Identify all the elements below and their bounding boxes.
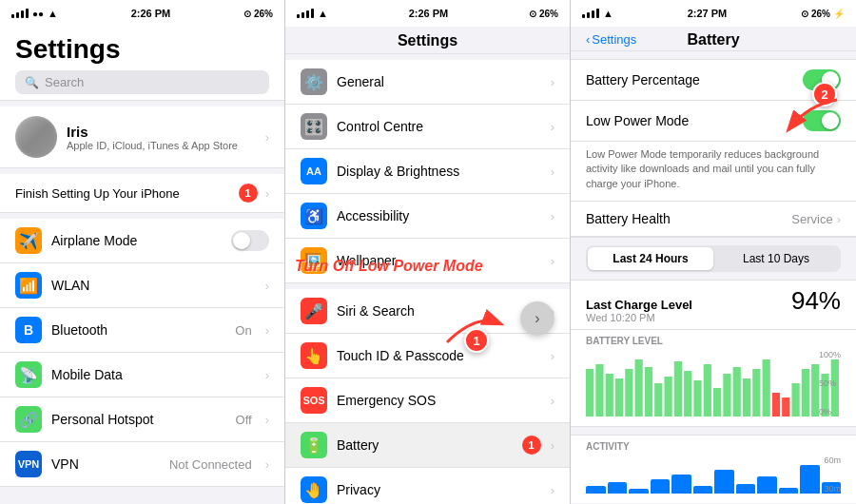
svg-rect-10: [674, 361, 682, 417]
wifi-icon: ▲: [48, 8, 58, 19]
y-label-100: 100%: [819, 350, 841, 359]
main-settings-section: ✈️ Airplane Mode 📶 WLAN › B Bluetooth On…: [0, 219, 284, 487]
status-bar-2: ▲ 2:26 PM ⊙ 26%: [285, 0, 570, 27]
time-display-1: 2:26 PM: [131, 8, 171, 19]
charge-percentage: 94%: [791, 286, 841, 316]
accessibility-icon: ♿: [301, 203, 327, 229]
back-chevron-icon: ‹: [586, 32, 590, 47]
red-arrow-2: [780, 95, 846, 143]
svg-rect-1: [586, 369, 593, 417]
search-icon: 🔍: [25, 76, 39, 89]
svg-rect-17: [743, 378, 750, 417]
svg-rect-13: [704, 364, 711, 417]
setting-airplane[interactable]: ✈️ Airplane Mode: [0, 219, 284, 263]
time-tabs: Last 24 Hours Last 10 Days: [586, 245, 841, 272]
setting-privacy[interactable]: 🤚 Privacy ›: [285, 468, 570, 504]
activity-y-60: 60m: [824, 456, 841, 465]
signal-icon-3: [582, 9, 599, 18]
finish-setup-label: Finish Setting Up Your iPhone: [15, 186, 231, 201]
activity-bar: [714, 470, 734, 494]
setting-mobile[interactable]: 📡 Mobile Data ›: [0, 353, 284, 397]
svg-rect-16: [733, 367, 741, 417]
finish-setup-row[interactable]: Finish Setting Up Your iPhone 1 ›: [0, 174, 284, 213]
avatar: [15, 116, 57, 158]
svg-rect-8: [654, 383, 662, 417]
charge-level-label: Last Charge Level: [586, 298, 692, 312]
status-bar-1: ●● ▲ 2:26 PM ⊙ 26%: [0, 0, 284, 27]
panel2: ▲ 2:26 PM ⊙ 26% Settings ⚙️ General › 🎛️…: [285, 0, 571, 504]
chevron-bluetooth-icon: ›: [265, 323, 269, 338]
search-placeholder: Search: [45, 75, 84, 89]
panel2-header: Settings: [285, 27, 570, 54]
finish-setup-section: Finish Setting Up Your iPhone 1 ›: [0, 174, 284, 213]
activity-y-axis: 60m 30m: [824, 456, 841, 494]
svg-rect-20: [772, 393, 780, 417]
svg-rect-7: [645, 367, 652, 417]
chevron-control-icon: ›: [551, 120, 554, 134]
step1-badge: 1: [464, 328, 489, 353]
chevron-health-icon: ›: [837, 212, 841, 226]
activity-bar: [779, 488, 799, 494]
airplane-toggle[interactable]: [231, 230, 269, 251]
privacy-icon: 🤚: [301, 476, 327, 503]
general-icon: ⚙️: [301, 68, 327, 95]
battery-health-label: Battery Health: [586, 211, 791, 226]
setting-bluetooth[interactable]: B Bluetooth On ›: [0, 308, 284, 353]
bluetooth-label: Bluetooth: [51, 322, 225, 338]
tab-24h[interactable]: Last 24 Hours: [588, 247, 713, 270]
sos-label: Emergency SOS: [337, 393, 541, 408]
battery-setting-icon: 🔋: [301, 432, 327, 458]
y-label-50: 50%: [819, 378, 841, 388]
vpn-icon: VPN: [15, 451, 42, 477]
touchid-icon: 👆: [301, 342, 327, 369]
chevron-icon: ›: [265, 130, 269, 145]
display-label: Display & Brightness: [337, 164, 541, 179]
setting-display[interactable]: AA Display & Brightness ›: [285, 149, 570, 194]
signal-icon-2: [297, 9, 314, 18]
activity-bar: [693, 486, 713, 494]
chevron-accessibility-icon: ›: [551, 209, 554, 223]
battery-badge: 1: [522, 436, 541, 455]
tab-10d[interactable]: Last 10 Days: [713, 247, 839, 270]
bluetooth-icon: B: [15, 317, 42, 343]
svg-rect-2: [595, 364, 603, 417]
airplane-icon: ✈️: [15, 227, 42, 254]
battery-health-row[interactable]: Battery Health Service ›: [571, 202, 856, 237]
search-bar[interactable]: 🔍 Search: [15, 70, 269, 94]
setting-hotspot[interactable]: 🔗 Personal Hotspot Off ›: [0, 397, 284, 442]
chevron-wallpaper-icon: ›: [551, 254, 554, 268]
svg-rect-14: [713, 388, 721, 417]
battery-toggles: Battery Percentage Low Power Mode Low Po…: [571, 59, 856, 238]
setting-accessibility[interactable]: ♿ Accessibility ›: [285, 194, 570, 239]
setting-vpn[interactable]: VPN VPN Not Connected ›: [0, 442, 284, 487]
setting-control[interactable]: 🎛️ Control Centre ›: [285, 105, 570, 149]
battery-setting-label: Battery: [337, 437, 513, 453]
sos-icon: SOS: [301, 387, 327, 414]
profile-row[interactable]: Iris Apple ID, iCloud, iTunes & App Stor…: [0, 107, 284, 168]
accessibility-label: Accessibility: [337, 208, 541, 223]
chevron-wlan-icon: ›: [265, 279, 269, 293]
chevron-privacy-icon: ›: [551, 483, 554, 497]
chevron-touchid-icon: ›: [551, 349, 554, 363]
setting-general[interactable]: ⚙️ General ›: [285, 60, 570, 105]
setting-sos[interactable]: SOS Emergency SOS ›: [285, 378, 570, 423]
activity-y-30: 30m: [824, 484, 841, 494]
setting-battery[interactable]: 🔋 Battery 1 ›: [285, 423, 570, 468]
svg-rect-11: [684, 371, 691, 417]
mobile-label: Mobile Data: [51, 367, 256, 382]
panel2-section1: ⚙️ General › 🎛️ Control Centre › AA Disp…: [285, 60, 570, 283]
status-bar-3: ▲ 2:27 PM ⊙ 26% ⚡: [571, 0, 856, 27]
back-button[interactable]: ‹ Settings: [586, 32, 636, 47]
chevron-vpn-icon: ›: [265, 457, 269, 472]
wlan-label: WLAN: [51, 278, 256, 293]
chevron-display-icon: ›: [551, 165, 554, 179]
profile-info: Iris Apple ID, iCloud, iTunes & App Stor…: [67, 124, 256, 151]
activity-bar: [800, 465, 820, 494]
settings-list-1: Iris Apple ID, iCloud, iTunes & App Stor…: [0, 101, 284, 504]
setting-touchid[interactable]: 👆 Touch ID & Passcode ›: [285, 334, 570, 378]
settings-list-2: ⚙️ General › 🎛️ Control Centre › AA Disp…: [285, 54, 570, 504]
low-power-description: Low Power Mode temporarily reduces backg…: [571, 142, 856, 202]
profile-name: Iris: [67, 124, 256, 140]
setting-wlan[interactable]: 📶 WLAN ›: [0, 263, 284, 308]
panel1: ●● ▲ 2:26 PM ⊙ 26% Settings 🔍 Search Iri…: [0, 0, 285, 504]
